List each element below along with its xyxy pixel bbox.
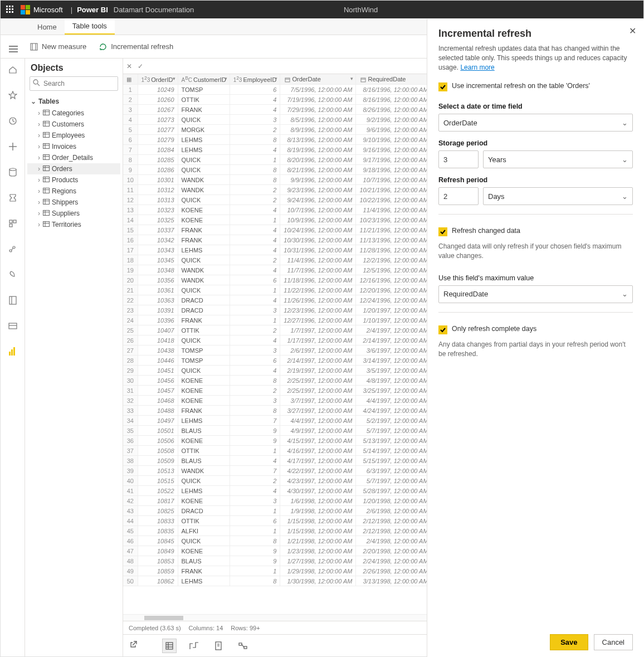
cell[interactable]: 4 [230,245,280,255]
cell[interactable]: 4/15/1997, 12:00:00 AM [280,436,356,446]
cell[interactable]: 1/15/1998, 12:00:00 AM [280,526,356,536]
column-header-customerid[interactable]: ABCCustomerID▾ [178,74,230,85]
max-field-select[interactable]: RequiredDate ⌄ [438,285,633,303]
cell[interactable]: OTTIK [178,446,230,456]
table-row[interactable]: 1610342FRANK410/30/1996, 12:00:00 AM11/1… [123,235,456,245]
cell[interactable]: 9/17/1996, 12:00:00 AM [356,155,432,165]
cell[interactable]: 3/5/1997, 12:00:00 AM [356,366,432,376]
cell[interactable]: 10522 [138,486,178,496]
cell[interactable]: 10817 [138,496,178,506]
cell[interactable]: KOENE [178,205,230,215]
cell[interactable]: 10285 [138,155,178,165]
close-icon[interactable]: ✕ [629,26,636,36]
cell[interactable]: 9 [230,426,280,436]
cell[interactable]: 6 [230,85,280,95]
cell[interactable]: 9 [230,546,280,556]
cell[interactable]: 4 [230,95,280,105]
cell[interactable]: MORGK [178,125,230,135]
cell[interactable]: 6 [230,356,280,366]
cell[interactable]: FRANK [178,225,230,235]
cell[interactable]: BLAUS [178,426,230,436]
nav-data-icon[interactable] [5,164,21,180]
table-row[interactable]: 2010356WANDK611/18/1996, 12:00:00 AM12/1… [123,275,456,285]
table-row[interactable]: 4510835ALFKI11/15/1998, 12:00:00 AM2/12/… [123,526,456,536]
cell[interactable]: 10418 [138,335,178,345]
cell[interactable]: 3/13/1998, 12:00:00 AM [356,576,432,586]
open-in-new-icon[interactable] [130,640,138,650]
cell[interactable]: 10451 [138,366,178,376]
cell[interactable]: 10506 [138,436,178,446]
table-row[interactable]: 3110457KOENE22/25/1997, 12:00:00 AM3/25/… [123,386,456,396]
cell[interactable]: 10/22/1996, 12:00:00 AM [356,195,432,205]
cell[interactable]: 4/30/1997, 12:00:00 AM [280,486,356,496]
cell[interactable]: 2 [230,476,280,486]
table-row[interactable]: 2810446TOMSP62/14/1997, 12:00:00 AM3/14/… [123,356,456,366]
table-row[interactable]: 3610506KOENE94/15/1997, 12:00:00 AM5/13/… [123,436,456,446]
cell[interactable]: KOENE [178,496,230,506]
cell[interactable]: LEHMS [178,145,230,155]
cell[interactable]: 8/20/1996, 12:00:00 AM [280,155,356,165]
cell[interactable]: 12/5/1996, 12:00:00 AM [356,265,432,275]
column-dropdown-icon[interactable]: ▾ [225,76,227,81]
cell[interactable]: 4/4/1997, 12:00:00 AM [356,396,432,406]
table-row[interactable]: 4810853BLAUS91/27/1998, 12:00:00 AM2/24/… [123,556,456,566]
cell[interactable]: 4 [230,235,280,245]
tree-item-territories[interactable]: ›Territories [27,219,120,230]
cell[interactable]: 10/23/1996, 12:00:00 AM [356,215,432,225]
cell[interactable]: 4 [230,145,280,155]
cell[interactable]: 10862 [138,576,178,586]
cell[interactable]: 10446 [138,356,178,366]
tree-item-shippers[interactable]: ›Shippers [27,197,120,208]
cell[interactable]: 8 [230,406,280,416]
cell[interactable]: 7 [230,466,280,476]
cell[interactable]: 8 [230,376,280,386]
cell[interactable]: 8/9/1996, 12:00:00 AM [280,125,356,135]
cell[interactable]: 10325 [138,215,178,225]
tree-item-regions[interactable]: ›Regions [27,186,120,197]
cell[interactable]: 9/6/1996, 12:00:00 AM [356,125,432,135]
cell[interactable]: 9/18/1996, 12:00:00 AM [356,165,432,175]
cell[interactable]: FRANK [178,235,230,245]
cell[interactable]: FRANK [178,105,230,115]
cell[interactable]: 3 [230,345,280,356]
cell[interactable]: 12/20/1996, 12:00:00 AM [356,285,432,295]
cell[interactable]: WANDK [178,466,230,476]
cell[interactable]: FRANK [178,566,230,576]
cell[interactable]: LEHMS [178,245,230,255]
cell[interactable]: LEHMS [178,576,230,586]
cell[interactable]: 10488 [138,406,178,416]
cell[interactable]: 1/7/1997, 12:00:00 AM [280,325,356,335]
table-row[interactable]: 310267FRANK47/29/1996, 12:00:00 AM8/26/1… [123,105,456,115]
cell[interactable]: 10249 [138,85,178,95]
cell[interactable]: 7/19/1996, 12:00:00 AM [280,95,356,105]
table-row[interactable]: 1210313QUICK29/24/1996, 12:00:00 AM10/22… [123,195,456,205]
incremental-refresh-button[interactable]: Incremental refresh [99,42,173,51]
table-row[interactable]: 810285QUICK18/20/1996, 12:00:00 AM9/17/1… [123,155,456,165]
table-row[interactable]: 2710438TOMSP32/6/1997, 12:00:00 AM3/6/19… [123,345,456,356]
view-relationship-icon[interactable] [236,639,250,653]
tree-item-suppliers[interactable]: ›Suppliers [27,208,120,219]
cell[interactable]: DRACD [178,506,230,516]
cell[interactable]: 10342 [138,235,178,245]
cell[interactable]: QUICK [178,165,230,175]
cell[interactable]: 10260 [138,95,178,105]
table-row[interactable]: 3710508OTTIK14/16/1997, 12:00:00 AM5/14/… [123,446,456,456]
cell[interactable]: 2 [230,325,280,335]
cell[interactable]: 12/27/1996, 12:00:00 AM [280,315,356,325]
cell[interactable]: 1/27/1998, 12:00:00 AM [280,556,356,566]
cell[interactable]: 3 [230,305,280,315]
cell[interactable]: 10396 [138,315,178,325]
cell[interactable]: 5/7/1997, 12:00:00 AM [356,426,432,436]
cell[interactable]: 1 [230,155,280,165]
cell[interactable]: 9/24/1996, 12:00:00 AM [280,195,356,205]
cell[interactable]: 10513 [138,466,178,476]
table-row[interactable]: 4310825DRACD11/9/1998, 12:00:00 AM2/6/19… [123,506,456,516]
column-header-orderid[interactable]: 123OrderID▾ [138,74,178,85]
cell[interactable]: 4/17/1997, 12:00:00 AM [280,456,356,466]
cell[interactable]: 4 [230,295,280,305]
cell[interactable]: 10438 [138,345,178,356]
column-header-requireddate[interactable]: RequiredDate▾ [356,74,432,85]
tree-item-invoices[interactable]: ›Invoices [27,141,120,152]
cell[interactable]: 10456 [138,376,178,386]
cell[interactable]: 10356 [138,275,178,285]
